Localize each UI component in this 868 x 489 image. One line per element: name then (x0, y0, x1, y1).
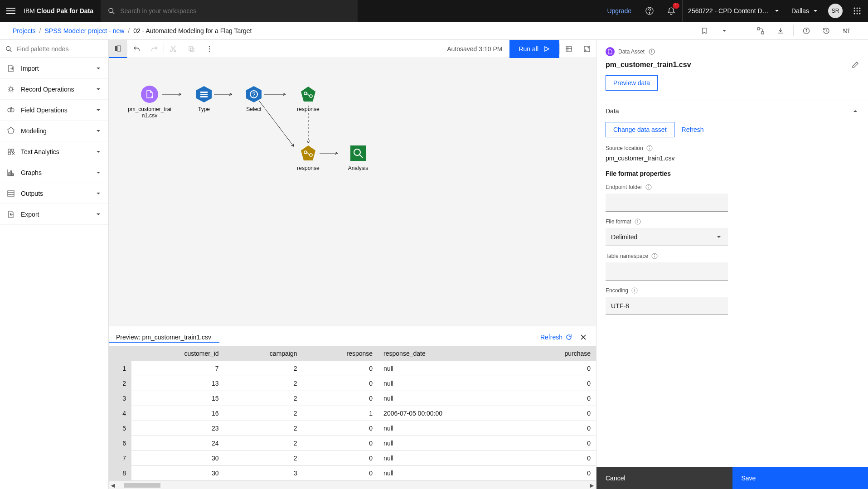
preview-refresh[interactable]: Refresh (540, 334, 572, 341)
undo-button[interactable] (127, 40, 145, 58)
table-row[interactable]: 21320null0 (109, 376, 596, 391)
bookmark-icon[interactable] (695, 22, 713, 40)
palette-category[interactable]: Modeling (0, 121, 108, 141)
svg-rect-2 (6, 13, 15, 14)
breadcrumb-projects[interactable]: Projects (13, 27, 36, 34)
palette-category[interactable]: Field Operations (0, 100, 108, 121)
svg-point-31 (10, 108, 14, 112)
column-header[interactable]: customer_id (131, 346, 224, 361)
history-icon[interactable] (817, 22, 835, 40)
app-switcher-icon[interactable] (846, 0, 868, 22)
palette-category[interactable]: Graphs (0, 162, 108, 183)
node-type[interactable]: Type (181, 85, 227, 112)
info-icon[interactable] (634, 218, 641, 225)
overflow-menu[interactable] (200, 40, 218, 58)
palette-category[interactable]: Record Operations (0, 79, 108, 100)
table-row[interactable]: 73020null0 (109, 451, 596, 466)
svg-point-13 (854, 13, 855, 15)
preview-panel: Preview: pm_customer_train1.csv Refresh … (109, 326, 596, 489)
global-search[interactable] (101, 0, 358, 22)
palette-toggle[interactable] (109, 40, 127, 58)
column-header[interactable]: campaign (224, 346, 303, 361)
copy-button (182, 40, 200, 58)
svg-point-94 (654, 254, 655, 255)
info-icon[interactable] (797, 22, 815, 40)
svg-point-25 (846, 31, 847, 32)
source-location-label: Source location (606, 145, 859, 152)
data-asset-icon (606, 47, 615, 56)
svg-rect-35 (10, 171, 12, 175)
edit-icon[interactable] (852, 61, 859, 68)
table-row[interactable]: 62420null0 (109, 436, 596, 451)
chevron-down-icon (773, 7, 781, 15)
preview-data-button[interactable]: Preview data (606, 75, 658, 91)
view-data-button[interactable] (560, 40, 578, 58)
chevron-down-icon (95, 127, 102, 135)
palette-category[interactable]: Import (0, 58, 108, 79)
table-row[interactable]: 31520null0 (109, 391, 596, 406)
preview-close[interactable] (578, 332, 589, 343)
category-icon (6, 168, 15, 177)
node-data-asset[interactable]: pm_customer_train1.csv (127, 85, 172, 119)
autosave-status: Autosaved 3:10 PM (440, 45, 509, 53)
table-row[interactable]: 416212006-07-05 00:00:000 (109, 406, 596, 421)
flow-canvas[interactable]: pm_customer_train1.csv Type ? Select res… (109, 58, 596, 326)
svg-point-8 (857, 8, 858, 9)
column-header[interactable]: response_date (378, 346, 520, 361)
table-namespace-input[interactable] (606, 262, 728, 281)
chevron-down-icon[interactable] (715, 22, 733, 40)
table-row[interactable]: 52320null0 (109, 421, 596, 436)
svg-point-97 (634, 289, 635, 289)
svg-rect-0 (6, 8, 15, 9)
palette-category[interactable]: Outputs (0, 183, 108, 204)
breadcrumb-project[interactable]: SPSS Modeler project - new (44, 27, 124, 34)
column-header[interactable]: response (303, 346, 378, 361)
category-icon (6, 189, 15, 198)
avatar[interactable]: SR (828, 4, 843, 18)
upgrade-link[interactable]: Upgrade (600, 7, 639, 15)
account-switcher[interactable]: 2560722 - CPD Content De... (682, 0, 786, 22)
connect-icon[interactable] (752, 22, 770, 40)
region-switcher[interactable]: Dallas (786, 0, 824, 22)
node-select[interactable]: ? Select (231, 85, 276, 112)
category-label: Export (21, 211, 95, 218)
node-response-model[interactable]: response (286, 85, 331, 112)
table-row[interactable]: 83030null0 (109, 466, 596, 481)
horizontal-scrollbar[interactable]: ◄ ► (109, 481, 596, 489)
section-data-toggle[interactable]: Data (596, 100, 868, 122)
palette-category[interactable]: Export (0, 204, 108, 225)
palette-category[interactable]: Text Analytics (0, 141, 108, 162)
node-analysis[interactable]: Analysis (335, 144, 381, 171)
change-data-asset-button[interactable]: Change data asset (606, 122, 674, 137)
save-button[interactable]: Save (732, 467, 868, 489)
search-input[interactable] (120, 7, 350, 15)
palette-search[interactable] (0, 40, 108, 58)
endpoint-folder-input[interactable] (606, 194, 728, 212)
node-type-tag: Data Asset (606, 47, 859, 56)
info-icon[interactable] (631, 287, 638, 294)
encoding-input[interactable]: UTF-8 (606, 297, 728, 315)
table-row[interactable]: 1720null0 (109, 361, 596, 376)
file-format-select[interactable]: Delimited (606, 228, 728, 246)
info-icon[interactable] (651, 252, 658, 260)
palette-search-input[interactable] (16, 45, 103, 53)
info-icon[interactable] (646, 145, 653, 152)
info-icon[interactable] (648, 48, 655, 55)
category-icon (6, 147, 15, 156)
node-response-nugget[interactable]: response (286, 144, 331, 171)
notifications-icon[interactable]: 1 (660, 0, 682, 22)
cancel-button[interactable]: Cancel (596, 467, 732, 489)
svg-rect-49 (566, 47, 572, 51)
download-icon[interactable] (771, 22, 790, 40)
expand-button[interactable] (578, 40, 596, 58)
column-header[interactable]: purchase (520, 346, 596, 361)
help-icon[interactable] (639, 0, 660, 22)
run-all-button[interactable]: Run all (509, 40, 559, 58)
svg-point-10 (854, 10, 855, 12)
chevron-down-icon (95, 190, 102, 197)
hamburger-menu[interactable] (0, 0, 22, 22)
refresh-link[interactable]: Refresh (682, 126, 704, 133)
settings-icon[interactable] (837, 22, 855, 40)
info-icon[interactable] (645, 184, 652, 191)
category-label: Graphs (21, 169, 95, 176)
